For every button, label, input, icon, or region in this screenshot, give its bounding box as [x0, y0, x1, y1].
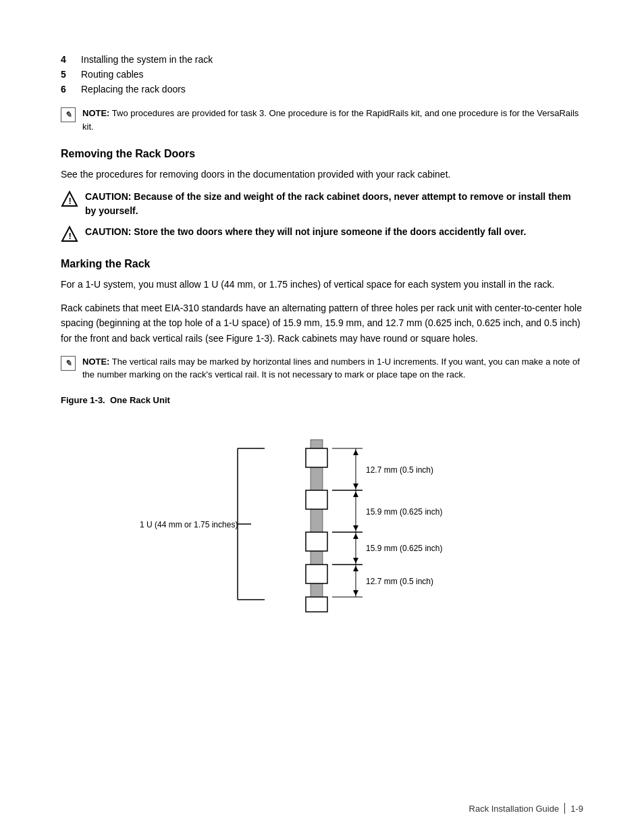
list-num-6: 6 [61, 84, 81, 95]
rack-unit-diagram: 1 U (44 mm or 1.75 inches) 12.7 mm (0.5 … [133, 416, 511, 632]
svg-marker-32 [353, 566, 358, 571]
svg-marker-23 [353, 525, 358, 531]
figure-label: Figure 1-3. One Rack Unit [61, 395, 583, 405]
list-item-6: 6 Replacing the rack doors [61, 84, 583, 95]
section2-body1: For a 1-U system, you must allow 1 U (44… [61, 277, 583, 292]
caution-icon-1: ! [61, 190, 78, 208]
list-num-4: 4 [61, 54, 81, 65]
note-text-2: NOTE: The vertical rails may be marked b… [82, 355, 583, 382]
footer: Rack Installation Guide 1-9 [469, 803, 583, 814]
svg-marker-22 [353, 492, 358, 497]
note-icon-1: ✎ [61, 107, 76, 122]
note1-body: Two procedures are provided for task 3. … [82, 108, 579, 132]
svg-rect-12 [306, 565, 327, 583]
svg-rect-13 [306, 597, 327, 612]
svg-rect-9 [306, 448, 327, 467]
svg-marker-17 [353, 450, 358, 455]
section-heading-removing: Removing the Rack Doors [61, 148, 583, 160]
diagram-1u-label: 1 U (44 mm or 1.75 inches) [140, 520, 238, 529]
note-text-1: NOTE: Two procedures are provided for ta… [82, 107, 583, 133]
caution1-body: Because of the size and weight of the ra… [85, 191, 571, 216]
footer-page: 1-9 [570, 804, 583, 814]
dim3-label: 15.9 mm (0.625 inch) [366, 544, 442, 553]
list-num-5: 5 [61, 69, 81, 80]
svg-marker-27 [353, 533, 358, 539]
footer-guide: Rack Installation Guide [469, 804, 560, 814]
section-heading-marking: Marking the Rack [61, 258, 583, 270]
list-item-4: 4 Installing the system in the rack [61, 54, 583, 65]
note-icon-2: ✎ [61, 356, 76, 371]
caution-box-1: ! CAUTION: Because of the size and weigh… [61, 190, 583, 218]
list-text-6: Replacing the rack doors [81, 84, 186, 95]
dim2-label: 15.9 mm (0.625 inch) [366, 507, 442, 517]
svg-rect-11 [306, 532, 327, 551]
svg-marker-33 [353, 590, 358, 596]
caution-icon-2: ! [61, 226, 78, 243]
list-item-5: 5 Routing cables [61, 69, 583, 80]
section1-body: See the procedures for removing doors in… [61, 167, 583, 182]
svg-text:!: ! [69, 231, 72, 241]
svg-marker-18 [353, 484, 358, 489]
section2-body2: Rack cabinets that meet EIA-310 standard… [61, 301, 583, 346]
dim1-label: 12.7 mm (0.5 inch) [366, 465, 433, 475]
note-box-1: ✎ NOTE: Two procedures are provided for … [61, 107, 583, 133]
caution-text-2: CAUTION: Store the two doors where they … [85, 225, 526, 239]
note-box-2: ✎ NOTE: The vertical rails may be marked… [61, 355, 583, 382]
list-text-4: Installing the system in the rack [81, 54, 213, 65]
page: 4 Installing the system in the rack 5 Ro… [0, 0, 644, 834]
footer-divider [564, 803, 565, 814]
svg-marker-28 [353, 558, 358, 563]
numbered-list: 4 Installing the system in the rack 5 Ro… [61, 54, 583, 95]
svg-rect-10 [306, 490, 327, 509]
dim4-label: 12.7 mm (0.5 inch) [366, 577, 433, 586]
caution2-body: Store the two doors where they will not … [134, 226, 526, 237]
caution-text-1: CAUTION: Because of the size and weight … [85, 190, 583, 218]
list-text-5: Routing cables [81, 69, 144, 80]
svg-text:!: ! [69, 196, 72, 206]
diagram-container: 1 U (44 mm or 1.75 inches) 12.7 mm (0.5 … [61, 416, 583, 632]
caution-box-2: ! CAUTION: Store the two doors where the… [61, 225, 583, 243]
note2-body: The vertical rails may be marked by hori… [82, 357, 580, 380]
